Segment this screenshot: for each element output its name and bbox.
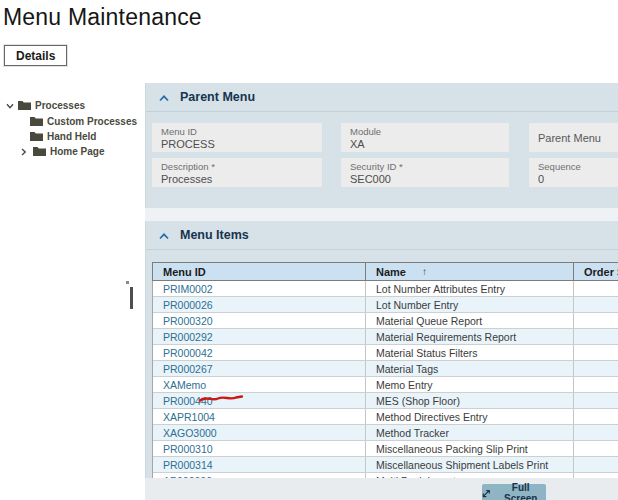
folder-icon bbox=[30, 131, 43, 143]
menu-name-cell: Method Directives Entry bbox=[365, 409, 573, 424]
field-parent-menu[interactable]: Parent Menu bbox=[529, 123, 618, 152]
order-seq-cell bbox=[573, 313, 618, 328]
menu-id-link[interactable]: PR000026 bbox=[163, 299, 213, 311]
menu-name-cell: Material Status Filters bbox=[365, 345, 573, 360]
collapse-chevron-up-icon[interactable] bbox=[159, 226, 169, 244]
field-value: Processes bbox=[161, 173, 313, 186]
menu-id-link[interactable]: PR000310 bbox=[163, 443, 213, 455]
full-screen-label: Full Screen bbox=[495, 482, 546, 500]
field-label: Security ID * bbox=[350, 161, 500, 173]
field-menu-id[interactable]: Menu ID PROCESS bbox=[152, 123, 322, 152]
order-seq-cell bbox=[573, 377, 618, 392]
table-body: PRIM0002 Lot Number Attributes Entry PR0… bbox=[152, 281, 618, 478]
sort-ascending-icon: ↑ bbox=[422, 266, 427, 277]
menu-name-cell: Memo Entry bbox=[365, 377, 573, 392]
column-header-menu-id[interactable]: Menu ID bbox=[153, 263, 366, 280]
folder-icon bbox=[18, 100, 31, 112]
tree-item-label: Custom Processes bbox=[47, 116, 137, 127]
table-row[interactable]: PRIM0002 Lot Number Attributes Entry bbox=[153, 281, 618, 297]
tree-item-custom-processes[interactable]: Custom Processes bbox=[30, 114, 137, 129]
menu-id-link[interactable]: XAPR1004 bbox=[163, 411, 215, 423]
order-seq-cell bbox=[573, 361, 618, 376]
pane-scrollbar-thumb[interactable] bbox=[130, 287, 133, 309]
expand-icon bbox=[482, 489, 490, 498]
menu-items-section: Menu Items Menu ID Name ↑ Order Sequence… bbox=[145, 221, 618, 478]
table-header-row: Menu ID Name ↑ Order Sequence bbox=[152, 262, 618, 281]
tree-item-label: Home Page bbox=[50, 146, 104, 157]
section-title: Parent Menu bbox=[180, 90, 255, 104]
parent-menu-section: Parent Menu Menu ID PROCESS Module XA Pa… bbox=[145, 83, 618, 208]
table-row[interactable]: PR000292 Material Requirements Report bbox=[153, 329, 618, 345]
menu-items-table: Menu ID Name ↑ Order Sequence PRIM0002 L… bbox=[152, 262, 618, 478]
order-seq-cell bbox=[573, 281, 618, 296]
order-seq-cell bbox=[573, 457, 618, 472]
tree-item-label: Processes bbox=[35, 100, 85, 111]
menu-id-link[interactable]: PR000320 bbox=[163, 315, 213, 327]
field-value: PROCESS bbox=[161, 138, 313, 151]
footer-bar: Full Screen bbox=[145, 478, 618, 500]
table-row[interactable]: XAGO3000 Method Tracker bbox=[153, 425, 618, 441]
field-value: XA bbox=[350, 138, 500, 151]
field-label: Sequence bbox=[538, 161, 618, 173]
order-seq-cell bbox=[573, 393, 618, 408]
app-window: Menu Maintenance Details Processes Custo… bbox=[0, 0, 618, 500]
order-seq-cell bbox=[573, 441, 618, 456]
table-row[interactable]: PR000042 Material Status Filters bbox=[153, 345, 618, 361]
menu-id-link[interactable]: XAGO3000 bbox=[163, 427, 217, 439]
menu-items-section-header[interactable]: Menu Items bbox=[146, 221, 618, 250]
field-value: SEC000 bbox=[350, 173, 500, 186]
table-row[interactable]: PR000026 Lot Number Entry bbox=[153, 297, 618, 313]
table-row[interactable]: XAMemo Memo Entry bbox=[153, 377, 618, 393]
splitter-handle-dot[interactable] bbox=[126, 281, 129, 284]
page-title: Menu Maintenance bbox=[3, 4, 202, 31]
table-row[interactable]: XAPR1004 Method Directives Entry bbox=[153, 409, 618, 425]
table-row[interactable]: PR000320 Material Queue Report bbox=[153, 313, 618, 329]
folder-icon bbox=[30, 116, 43, 128]
menu-id-link[interactable]: PRIM0002 bbox=[163, 283, 213, 295]
column-header-order-seq[interactable]: Order Sequence bbox=[574, 263, 618, 280]
field-value: 0 bbox=[538, 173, 618, 186]
tree-item-label: Hand Held bbox=[47, 131, 96, 142]
menu-id-link[interactable]: XAMemo bbox=[163, 379, 206, 391]
menu-id-link[interactable]: PR000292 bbox=[163, 331, 213, 343]
field-module[interactable]: Module XA bbox=[341, 123, 509, 152]
order-seq-cell bbox=[573, 329, 618, 344]
menu-name-cell: Material Queue Report bbox=[365, 313, 573, 328]
order-seq-cell bbox=[573, 409, 618, 424]
menu-name-cell: Material Requirements Report bbox=[365, 329, 573, 344]
order-seq-cell bbox=[573, 297, 618, 312]
tree-item-home-page[interactable]: Home Page bbox=[21, 144, 104, 159]
chevron-down-icon[interactable] bbox=[6, 103, 14, 109]
folder-icon bbox=[33, 146, 46, 158]
field-label: Description * bbox=[161, 161, 313, 173]
collapse-chevron-up-icon[interactable] bbox=[159, 88, 169, 106]
section-gap bbox=[145, 208, 618, 221]
table-row[interactable]: PR000314 Miscellaneous Shipment Labels P… bbox=[153, 457, 618, 473]
field-security-id[interactable]: Security ID * SEC000 bbox=[341, 158, 509, 187]
menu-name-cell: MES (Shop Floor) bbox=[365, 393, 573, 408]
navigation-tree: Processes Custom Processes Hand Held Hom… bbox=[0, 88, 128, 468]
menu-name-cell: Lot Number Entry bbox=[365, 297, 573, 312]
chevron-right-icon[interactable] bbox=[21, 148, 29, 156]
column-header-label: Name bbox=[376, 266, 406, 278]
field-label: Module bbox=[350, 126, 500, 138]
order-seq-cell bbox=[573, 425, 618, 440]
table-row[interactable]: PR000310 Miscellaneous Packing Slip Prin… bbox=[153, 441, 618, 457]
menu-id-link[interactable]: PR000042 bbox=[163, 347, 213, 359]
menu-id-link[interactable]: PR000267 bbox=[163, 363, 213, 375]
order-seq-cell bbox=[573, 345, 618, 360]
field-label: Parent Menu bbox=[538, 132, 601, 144]
menu-name-cell: Lot Number Attributes Entry bbox=[365, 281, 573, 296]
full-screen-button[interactable]: Full Screen bbox=[482, 484, 546, 500]
menu-id-link[interactable]: PR000314 bbox=[163, 459, 213, 471]
tree-item-processes[interactable]: Processes bbox=[6, 98, 85, 113]
field-description[interactable]: Description * Processes bbox=[152, 158, 322, 187]
table-row[interactable]: PR000267 Material Tags bbox=[153, 361, 618, 377]
parent-menu-section-header[interactable]: Parent Menu bbox=[146, 83, 618, 112]
field-sequence[interactable]: Sequence 0 bbox=[529, 158, 618, 187]
details-button[interactable]: Details bbox=[4, 45, 67, 66]
field-label: Menu ID bbox=[161, 126, 313, 138]
section-title: Menu Items bbox=[180, 228, 249, 242]
tree-item-hand-held[interactable]: Hand Held bbox=[30, 129, 96, 144]
column-header-name[interactable]: Name ↑ bbox=[366, 263, 574, 280]
